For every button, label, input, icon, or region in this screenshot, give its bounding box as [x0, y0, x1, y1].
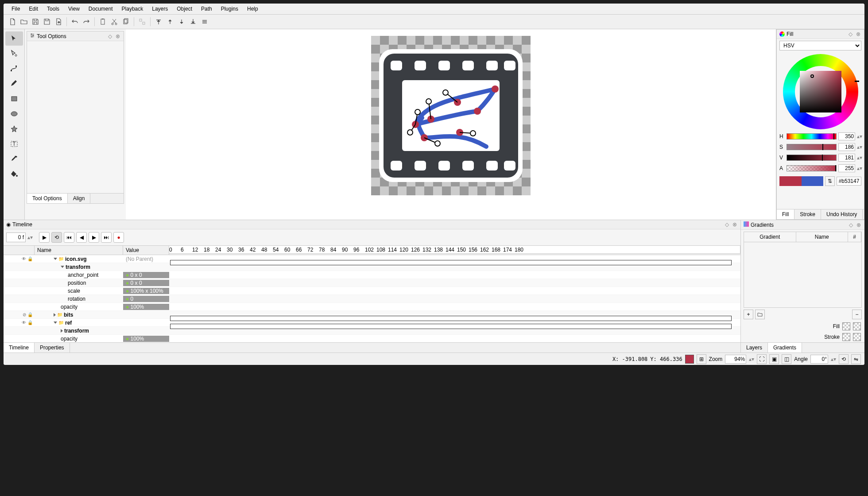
tab-layers[interactable]: Layers: [741, 343, 768, 353]
menu-file[interactable]: File: [7, 4, 24, 14]
menu-edit[interactable]: Edit: [24, 4, 43, 14]
tab-gradients[interactable]: Gradients: [768, 343, 802, 353]
gradient-folder-button[interactable]: [755, 310, 765, 319]
eye-icon[interactable]: 👁: [22, 320, 26, 325]
paste-icon[interactable]: [97, 16, 108, 27]
bucket-tool[interactable]: [5, 167, 23, 181]
canvas[interactable]: [126, 29, 776, 220]
chevron-down-icon[interactable]: [61, 266, 64, 268]
zoom-sel-icon[interactable]: ◫: [782, 354, 791, 364]
menu-view[interactable]: View: [64, 4, 84, 14]
v-slider[interactable]: [787, 155, 837, 161]
grid-toggle-icon[interactable]: ⊞: [697, 354, 706, 364]
panel-detach-icon[interactable]: ◇: [107, 33, 113, 39]
zoom-1-1-icon[interactable]: ▣: [769, 354, 779, 364]
timeline-row[interactable]: scale● 100% x 100%: [4, 287, 740, 295]
color-wheel[interactable]: [783, 54, 858, 129]
color-swatch-bar[interactable]: [779, 176, 823, 186]
timeline-row[interactable]: 👁🔒📁icon.svg(No Parent): [4, 255, 740, 263]
chevron-right-icon[interactable]: [54, 313, 56, 317]
panel-detach-icon[interactable]: ◇: [847, 31, 853, 37]
save-icon[interactable]: [30, 16, 41, 27]
timeline-row[interactable]: anchor_point● 0 x 0: [4, 271, 740, 279]
color-mode-select[interactable]: HSV: [779, 41, 861, 50]
timeline-ruler[interactable]: 0612182430364248546066727884909610210811…: [169, 246, 740, 254]
timeline-row[interactable]: ⊘🔒📁bits: [4, 311, 740, 319]
timeline-row[interactable]: opacity● 100%: [4, 303, 740, 311]
cut-icon[interactable]: [109, 16, 120, 27]
a-slider[interactable]: [787, 165, 837, 171]
menu-tools[interactable]: Tools: [43, 4, 64, 14]
save-as-icon[interactable]: [42, 16, 52, 27]
frame-input[interactable]: [6, 232, 26, 242]
tab-stroke[interactable]: Stroke: [794, 209, 821, 219]
pencil-tool[interactable]: [5, 77, 23, 91]
h-slider[interactable]: [787, 133, 837, 140]
panel-detach-icon[interactable]: ◇: [724, 221, 730, 228]
flip-icon[interactable]: ⇋: [851, 354, 861, 364]
stroke-swatch[interactable]: [842, 333, 850, 341]
menu-document[interactable]: Document: [84, 4, 117, 14]
record-button[interactable]: ●: [113, 232, 124, 243]
stack-icon[interactable]: [199, 16, 210, 27]
chevron-down-icon[interactable]: [54, 258, 57, 260]
tab-tool-options[interactable]: Tool Options: [27, 194, 68, 203]
timeline-tree[interactable]: 👁🔒📁icon.svg(No Parent)transformanchor_po…: [4, 255, 740, 342]
panel-close-icon[interactable]: ⊗: [856, 222, 862, 228]
new-doc-icon[interactable]: [7, 16, 18, 27]
add-gradient-button[interactable]: +: [744, 310, 753, 319]
play-button[interactable]: ▶: [39, 232, 50, 243]
remove-gradient-button[interactable]: −: [852, 310, 862, 319]
status-color-swatch[interactable]: [685, 355, 694, 364]
export-icon[interactable]: [53, 16, 64, 27]
copy-icon[interactable]: [120, 16, 131, 27]
node-tool[interactable]: [5, 46, 23, 61]
lock-icon[interactable]: 🔒: [27, 256, 33, 261]
zoom-fit-icon[interactable]: ⛶: [757, 354, 767, 364]
timeline-row[interactable]: position● 0 x 0: [4, 279, 740, 287]
next-frame-button[interactable]: ▶: [89, 232, 99, 243]
v-value[interactable]: [838, 154, 855, 162]
s-slider[interactable]: [787, 144, 837, 150]
lower-bottom-icon[interactable]: [188, 16, 198, 27]
menu-object[interactable]: Object: [172, 4, 197, 14]
a-value[interactable]: [838, 164, 855, 172]
menu-layers[interactable]: Layers: [147, 4, 172, 14]
star-tool[interactable]: [5, 122, 23, 136]
last-frame-button[interactable]: ⏭: [101, 232, 112, 243]
raise-top-icon[interactable]: [153, 16, 164, 27]
swap-colors-icon[interactable]: ⇅: [825, 176, 835, 186]
open-icon[interactable]: [19, 16, 29, 27]
angle-input[interactable]: [810, 355, 828, 364]
lock-icon[interactable]: 🔒: [27, 320, 33, 325]
fill-swatch-2[interactable]: [853, 322, 861, 330]
panel-detach-icon[interactable]: ◇: [848, 222, 854, 228]
panel-close-icon[interactable]: ⊗: [732, 221, 738, 228]
first-frame-button[interactable]: ⏮: [64, 232, 74, 243]
gradients-list[interactable]: [744, 242, 862, 308]
eyedropper-tool[interactable]: [5, 152, 23, 166]
chevron-down-icon[interactable]: [54, 322, 57, 324]
eye-icon[interactable]: 👁: [22, 256, 26, 261]
tab-fill[interactable]: Fill: [777, 209, 794, 219]
bezier-tool[interactable]: [5, 62, 23, 76]
ellipse-tool[interactable]: [5, 107, 23, 121]
reset-angle-icon[interactable]: ⟲: [839, 354, 849, 364]
zoom-input[interactable]: [725, 355, 746, 364]
menu-playback[interactable]: Playback: [117, 4, 148, 14]
menu-plugins[interactable]: Plugins: [217, 4, 243, 14]
select-tool[interactable]: [5, 31, 23, 46]
prev-frame-button[interactable]: ◀: [76, 232, 87, 243]
tab-undo-history[interactable]: Undo History: [821, 209, 863, 219]
lock-icon[interactable]: 🔒: [27, 312, 33, 317]
menu-path[interactable]: Path: [197, 4, 217, 14]
rect-tool[interactable]: [5, 92, 23, 106]
stroke-swatch-2[interactable]: [853, 333, 861, 341]
tab-align[interactable]: Align: [68, 194, 91, 203]
h-value[interactable]: [838, 132, 855, 140]
undo-icon[interactable]: [70, 16, 80, 27]
lower-icon[interactable]: [176, 16, 187, 27]
tab-timeline[interactable]: Timeline: [4, 343, 35, 353]
panel-close-icon[interactable]: ⊗: [855, 31, 861, 37]
raise-icon[interactable]: [165, 16, 175, 27]
